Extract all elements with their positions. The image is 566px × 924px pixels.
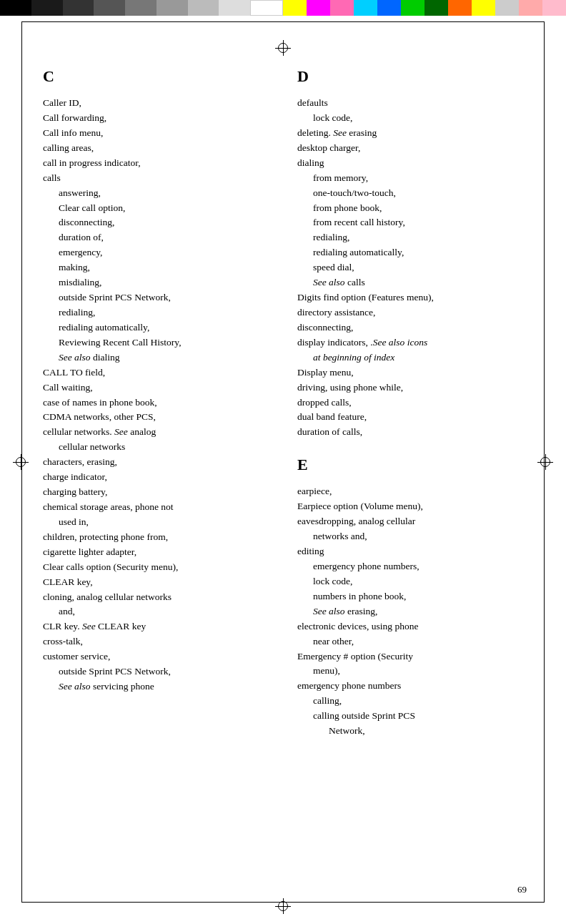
swatch-bk2 <box>31 0 63 16</box>
entry-case-of-names: case of names in phone book, <box>43 395 269 411</box>
entry-editing: editing <box>297 544 523 559</box>
swatch-bk3 <box>63 0 94 16</box>
entry-call-forwarding: Call forwarding, <box>43 111 269 126</box>
entry-eavesdropping: eavesdropping, analog cellular <box>297 514 523 529</box>
entry-misdialing: misdialing, <box>43 275 269 290</box>
entry-disconnecting-d: disconnecting, <box>297 320 523 335</box>
section-letter-d: D <box>297 64 523 89</box>
entry-cloning: cloning, analog cellular networks <box>43 590 269 605</box>
page-border-top <box>21 21 545 22</box>
entry-network: Network, <box>297 724 523 739</box>
entry-redialing-d: redialing, <box>297 230 523 245</box>
entry-see-also-erasing: See also erasing, <box>297 604 523 619</box>
entry-call-in-progress: call in progress indicator, <box>43 156 269 171</box>
entry-duration-of: duration of, <box>43 230 269 245</box>
entry-see-also-servicing: See also servicing phone <box>43 679 269 694</box>
color-bars <box>0 0 566 16</box>
entry-caller-id: Caller ID, <box>43 96 269 111</box>
entry-defaults: defaults <box>297 96 523 111</box>
section-letter-c: C <box>43 64 269 89</box>
entry-charging-battery: charging battery, <box>43 485 269 500</box>
entry-directory-assistance: directory assistance, <box>297 305 523 320</box>
color-bar-right <box>283 0 566 16</box>
entry-desktop-charger: desktop charger, <box>297 141 523 156</box>
swatch-yellow2 <box>472 0 495 16</box>
entry-digits-find: Digits find option (Features menu), <box>297 290 523 305</box>
entry-display-menu: Display menu, <box>297 365 523 380</box>
section-letter-e: E <box>297 453 523 477</box>
swatch-blue <box>377 0 401 16</box>
entry-emergency-phone-numbers: emergency phone numbers, <box>297 559 523 574</box>
entry-children: children, protecting phone from, <box>43 530 269 545</box>
entry-earpiece-option: Earpiece option (Volume menu), <box>297 499 523 514</box>
column-de: D defaults lock code, deleting. See eras… <box>297 64 523 881</box>
color-bar-left <box>0 0 283 16</box>
entry-emergency-hash: Emergency # option (Security <box>297 649 523 664</box>
entry-numbers-in-phone-book: numbers in phone book, <box>297 589 523 604</box>
entry-clr-key: CLR key. See CLEAR key <box>43 619 269 634</box>
entry-characters-erasing: characters, erasing, <box>43 455 269 470</box>
entry-used-in: used in, <box>43 515 269 530</box>
entry-from-memory: from memory, <box>297 171 523 186</box>
swatch-yellow1 <box>283 0 307 16</box>
swatch-pink1 <box>519 0 542 16</box>
swatch-cyan1 <box>354 0 377 16</box>
entry-cigarette-lighter: cigarette lighter adapter, <box>43 545 269 560</box>
entry-cellular-networks: cellular networks <box>43 440 269 455</box>
entry-redialing-auto: redialing automatically, <box>43 320 269 335</box>
entry-from-phone-book: from phone book, <box>297 201 523 216</box>
swatch-pink2 <box>542 0 566 16</box>
crosshair-right <box>537 454 553 470</box>
entry-emergency: emergency, <box>43 245 269 260</box>
swatch-gray2 <box>125 0 157 16</box>
entry-chemical-storage: chemical storage areas, phone not <box>43 500 269 515</box>
page-number: 69 <box>517 884 527 895</box>
entry-reviewing-recent: Reviewing Recent Call History, <box>43 335 269 350</box>
swatch-orange <box>448 0 472 16</box>
entry-from-recent: from recent call history, <box>297 215 523 230</box>
swatch-white <box>250 0 283 16</box>
entry-calling-outside-sprint: calling outside Sprint PCS <box>297 709 523 724</box>
entry-see-also-calls: See also calls <box>297 275 523 290</box>
entry-redialing-auto-d: redialing automatically, <box>297 245 523 260</box>
entry-call-waiting: Call waiting, <box>43 380 269 395</box>
entry-customer-outside-sprint: outside Sprint PCS Network, <box>43 664 269 679</box>
entry-one-touch: one-touch/two-touch, <box>297 186 523 201</box>
swatch-hotpink <box>330 0 354 16</box>
entry-clear-calls: Clear calls option (Security menu), <box>43 560 269 575</box>
entry-display-indicators: display indicators, .See also icons <box>297 335 523 350</box>
swatch-gray1 <box>94 0 125 16</box>
swatch-gray4 <box>188 0 219 16</box>
column-c: C Caller ID, Call forwarding, Call info … <box>43 64 269 881</box>
entry-dialing: dialing <box>297 156 523 171</box>
entry-networks-and: networks and, <box>297 529 523 544</box>
crosshair-left <box>13 454 29 470</box>
entry-customer-service: customer service, <box>43 649 269 664</box>
entry-near-other: near other, <box>297 634 523 649</box>
entry-cross-talk: cross-talk, <box>43 634 269 649</box>
entry-cloning-and: and, <box>43 604 269 619</box>
swatch-darkgreen <box>424 0 448 16</box>
entry-making: making, <box>43 260 269 275</box>
entry-duration-of-calls: duration of calls, <box>297 425 523 440</box>
swatch-gray5 <box>219 0 250 16</box>
entry-dropped-calls: dropped calls, <box>297 395 523 411</box>
entry-clear-call-option: Clear call option, <box>43 201 269 216</box>
entry-lock-code-defaults: lock code, <box>297 111 523 126</box>
entry-dual-band: dual band feature, <box>297 410 523 425</box>
entry-redialing: redialing, <box>43 305 269 320</box>
swatch-bk1 <box>0 0 31 16</box>
crosshair-top <box>275 40 291 56</box>
entry-outside-sprint: outside Sprint PCS Network, <box>43 290 269 305</box>
entry-speed-dial: speed dial, <box>297 260 523 275</box>
entry-cdma-networks: CDMA networks, other PCS, <box>43 410 269 425</box>
entry-cellular-networks-see: cellular networks. See analog <box>43 425 269 440</box>
entry-disconnecting: disconnecting, <box>43 215 269 230</box>
entry-calling-areas: calling areas, <box>43 141 269 156</box>
entry-call-to-field: CALL TO field, <box>43 365 269 380</box>
entry-calling: calling, <box>297 694 523 709</box>
entry-charge-indicator: charge indicator, <box>43 470 269 485</box>
entry-earpiece: earpiece, <box>297 484 523 499</box>
entry-driving: driving, using phone while, <box>297 380 523 395</box>
entry-at-beginning: at beginning of index <box>297 350 523 365</box>
